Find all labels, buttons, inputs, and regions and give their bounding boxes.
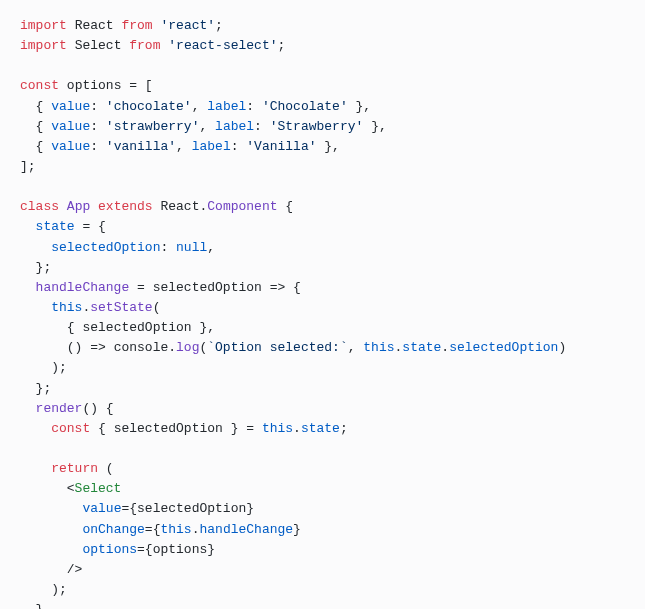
identifier: selectedOption: [137, 501, 246, 516]
string: 'Chocolate': [262, 99, 348, 114]
string: 'react': [160, 18, 215, 33]
keyword-null: null: [176, 240, 207, 255]
keyword-extends: extends: [98, 199, 153, 214]
string: 'react-select': [168, 38, 277, 53]
property: state: [36, 219, 75, 234]
class-name: Component: [207, 199, 277, 214]
identifier: selectedOption: [153, 280, 262, 295]
function-name: handleChange: [36, 280, 130, 295]
keyword-const: const: [20, 78, 59, 93]
identifier: options: [67, 78, 122, 93]
function-name: log: [176, 340, 199, 355]
string: 'Strawberry': [270, 119, 364, 134]
keyword-return: return: [51, 461, 98, 476]
keyword-this: this: [262, 421, 293, 436]
template-string: `Option selected:`: [207, 340, 347, 355]
code-block: import React from 'react'; import Select…: [20, 16, 625, 609]
jsx-attr: options: [82, 542, 137, 557]
function-name: setState: [90, 300, 152, 315]
keyword-import: import: [20, 38, 67, 53]
identifier: Select: [75, 38, 122, 53]
property: selectedOption: [51, 240, 160, 255]
keyword-this: this: [363, 340, 394, 355]
property: handleChange: [199, 522, 293, 537]
keyword-from: from: [121, 18, 152, 33]
string: 'chocolate': [106, 99, 192, 114]
property: label: [215, 119, 254, 134]
jsx-tag: Select: [75, 481, 122, 496]
identifier: options: [153, 542, 208, 557]
keyword-import: import: [20, 18, 67, 33]
property: state: [301, 421, 340, 436]
keyword-this: this: [51, 300, 82, 315]
property: label: [207, 99, 246, 114]
property: value: [51, 99, 90, 114]
identifier: selectedOption: [82, 320, 191, 335]
string: 'strawberry': [106, 119, 200, 134]
function-name: render: [36, 401, 83, 416]
property: value: [51, 119, 90, 134]
string: 'vanilla': [106, 139, 176, 154]
property: selectedOption: [449, 340, 558, 355]
jsx-attr: value: [82, 501, 121, 516]
property: value: [51, 139, 90, 154]
keyword-class: class: [20, 199, 59, 214]
property: label: [192, 139, 231, 154]
identifier: React: [160, 199, 199, 214]
class-name: App: [67, 199, 90, 214]
identifier: React: [75, 18, 114, 33]
string: 'Vanilla': [246, 139, 316, 154]
identifier: console: [114, 340, 169, 355]
keyword-this: this: [160, 522, 191, 537]
keyword-const: const: [51, 421, 90, 436]
property: state: [402, 340, 441, 355]
identifier: selectedOption: [114, 421, 223, 436]
keyword-from: from: [129, 38, 160, 53]
jsx-attr: onChange: [82, 522, 144, 537]
